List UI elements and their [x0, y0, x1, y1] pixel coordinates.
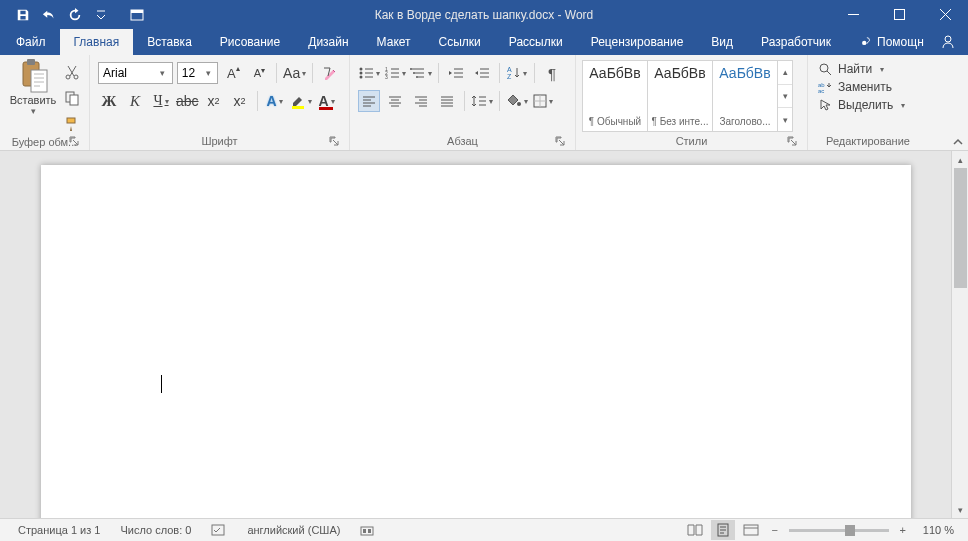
align-left-button[interactable] — [358, 90, 380, 112]
increase-indent-button[interactable] — [471, 62, 493, 84]
zoom-slider[interactable] — [789, 529, 889, 532]
page-number-status[interactable]: Страница 1 из 1 — [8, 524, 110, 536]
zoom-out-button[interactable]: − — [767, 524, 783, 536]
styles-dialog-launcher[interactable] — [787, 136, 799, 148]
read-mode-button[interactable] — [683, 520, 707, 540]
justify-button[interactable] — [436, 90, 458, 112]
bullets-button[interactable] — [358, 62, 380, 84]
language-status[interactable]: английский (США) — [237, 524, 350, 536]
document-scroll[interactable] — [0, 151, 951, 518]
zoom-slider-thumb[interactable] — [845, 525, 855, 536]
zoom-level[interactable]: 110 % — [917, 524, 960, 536]
cut-button[interactable] — [62, 62, 82, 82]
redo-button[interactable] — [62, 0, 88, 29]
sort-button[interactable]: AZ — [506, 62, 528, 84]
align-right-button[interactable] — [410, 90, 432, 112]
format-painter-button[interactable] — [62, 114, 82, 134]
scroll-up-button[interactable]: ▴ — [952, 151, 968, 168]
font-size-dropdown-icon[interactable]: ▾ — [205, 68, 214, 78]
highlight-button[interactable] — [290, 90, 312, 112]
italic-button[interactable]: К — [124, 90, 146, 112]
document-title: Как в Ворде сделать шапку.docx - Word — [375, 8, 594, 22]
font-size-combo[interactable]: ▾ — [177, 62, 218, 84]
multilevel-list-button[interactable] — [410, 62, 432, 84]
ribbon-tabs: Файл Главная Вставка Рисование Дизайн Ма… — [0, 29, 968, 55]
tab-mailings[interactable]: Рассылки — [495, 29, 577, 55]
collapse-ribbon-button[interactable] — [952, 136, 964, 148]
font-name-input[interactable] — [103, 66, 158, 80]
paragraph-dialog-launcher[interactable] — [555, 136, 567, 148]
style-normal[interactable]: АаБбВв¶ Обычный — [582, 60, 648, 132]
underline-button[interactable]: Ч — [150, 90, 172, 112]
replace-button[interactable]: abacЗаменить — [818, 80, 918, 94]
tab-developer[interactable]: Разработчик — [747, 29, 845, 55]
zoom-in-button[interactable]: + — [895, 524, 911, 536]
tab-review[interactable]: Рецензирование — [577, 29, 698, 55]
select-button[interactable]: Выделить▾ — [818, 98, 918, 112]
styles-scroll-up[interactable]: ▴ — [778, 61, 792, 85]
macro-status-icon[interactable] — [350, 523, 384, 537]
line-spacing-button[interactable] — [471, 90, 493, 112]
text-effects-button[interactable]: A — [264, 90, 286, 112]
align-center-button[interactable] — [384, 90, 406, 112]
borders-button[interactable] — [532, 90, 554, 112]
font-dialog-launcher[interactable] — [329, 136, 341, 148]
clipboard-dialog-launcher[interactable] — [69, 136, 81, 148]
minimize-button[interactable] — [830, 0, 876, 29]
svg-point-5 — [945, 36, 951, 42]
copy-button[interactable] — [62, 88, 82, 108]
web-layout-button[interactable] — [739, 520, 763, 540]
spelling-status-icon[interactable] — [201, 523, 237, 537]
tab-view[interactable]: Вид — [697, 29, 747, 55]
font-name-combo[interactable]: ▾ — [98, 62, 173, 84]
shading-button[interactable] — [506, 90, 528, 112]
strikethrough-button[interactable]: abc — [176, 90, 199, 112]
show-paragraph-marks-button[interactable]: ¶ — [541, 62, 563, 84]
grow-font-button[interactable]: A▴ — [222, 62, 244, 84]
styles-gallery-nav: ▴ ▾ ▾ — [777, 60, 793, 132]
scroll-down-button[interactable]: ▾ — [952, 501, 968, 518]
qat-customize-button[interactable] — [88, 0, 114, 29]
styles-scroll-down[interactable]: ▾ — [778, 85, 792, 109]
font-size-input[interactable] — [182, 66, 205, 80]
svg-point-24 — [416, 76, 418, 78]
print-layout-button[interactable] — [711, 520, 735, 540]
tab-draw[interactable]: Рисование — [206, 29, 294, 55]
svg-rect-14 — [292, 106, 304, 109]
vertical-scrollbar[interactable]: ▴ ▾ — [951, 151, 968, 518]
subscript-button[interactable]: x2 — [203, 90, 225, 112]
maximize-button[interactable] — [876, 0, 922, 29]
bold-button[interactable]: Ж — [98, 90, 120, 112]
change-case-button[interactable]: Aa — [283, 62, 306, 84]
save-button[interactable] — [10, 0, 36, 29]
tab-home[interactable]: Главная — [60, 29, 134, 55]
close-button[interactable] — [922, 0, 968, 29]
tab-file[interactable]: Файл — [2, 29, 60, 55]
tab-design[interactable]: Дизайн — [294, 29, 362, 55]
tab-layout[interactable]: Макет — [363, 29, 425, 55]
tab-references[interactable]: Ссылки — [425, 29, 495, 55]
superscript-button[interactable]: x2 — [229, 90, 251, 112]
page[interactable] — [41, 165, 911, 518]
tab-insert[interactable]: Вставка — [133, 29, 206, 55]
shrink-font-button[interactable]: A▾ — [248, 62, 270, 84]
scrollbar-thumb[interactable] — [954, 168, 967, 288]
ribbon-display-options-button[interactable] — [114, 0, 160, 29]
paste-dropdown-icon[interactable]: ▾ — [31, 106, 36, 116]
styles-expand[interactable]: ▾ — [778, 108, 792, 131]
style-no-spacing[interactable]: АаБбВв¶ Без инте... — [647, 60, 713, 132]
clear-formatting-button[interactable] — [319, 62, 341, 84]
find-button[interactable]: Найти▾ — [818, 62, 918, 76]
font-name-dropdown-icon[interactable]: ▾ — [158, 68, 168, 78]
word-count-status[interactable]: Число слов: 0 — [110, 524, 201, 536]
svg-text:ac: ac — [818, 88, 824, 94]
style-heading-1[interactable]: АаБбВвЗаголово... — [712, 60, 778, 132]
undo-button[interactable] — [36, 0, 62, 29]
decrease-indent-button[interactable] — [445, 62, 467, 84]
svg-rect-2 — [848, 14, 859, 15]
share-button[interactable] — [934, 29, 962, 55]
tell-me-button[interactable]: Помощн — [849, 29, 934, 55]
font-color-button[interactable]: A — [316, 90, 338, 112]
numbering-button[interactable]: 123 — [384, 62, 406, 84]
paste-button[interactable]: Вставить ▾ — [6, 58, 60, 134]
